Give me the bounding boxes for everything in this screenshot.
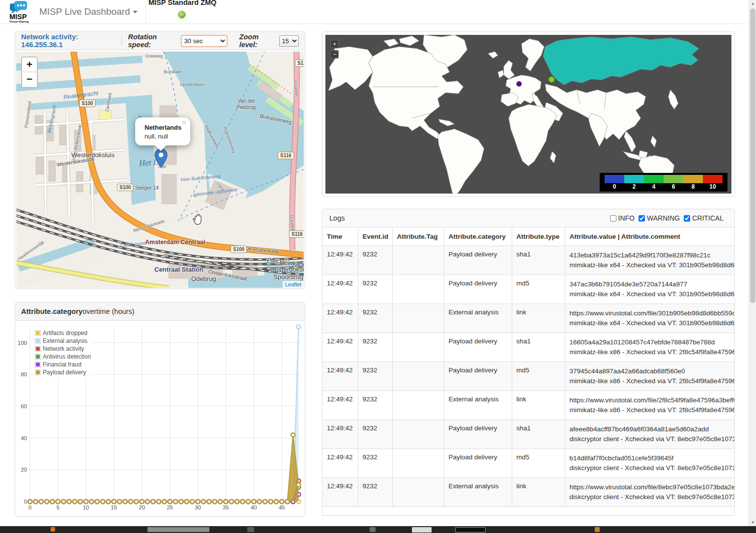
logs-column-header: Attribute.Tag — [392, 227, 444, 246]
log-cell: External analysis — [444, 304, 512, 333]
taskbar-item[interactable] — [595, 527, 600, 532]
svg-text:MISP: MISP — [9, 13, 27, 21]
svg-text:100: 100 — [18, 340, 27, 346]
svg-text:15: 15 — [111, 505, 117, 510]
log-cell: 12:49:42 — [322, 362, 358, 391]
attribute-value: 37945c44a897aa42a66adcab68f560e0 — [570, 366, 730, 376]
world-zoom-in-button[interactable]: + — [330, 40, 339, 48]
world-map[interactable]: + − 0246810 — [325, 35, 731, 194]
popup-close-icon[interactable]: × — [182, 119, 186, 126]
scrollbar-down-arrow[interactable]: ▼ — [749, 519, 756, 526]
taskbar-item[interactable] — [51, 527, 55, 532]
log-filter-checkbox-critical[interactable] — [684, 215, 690, 222]
log-cell: 9232 — [358, 275, 392, 304]
chart-title-bold: Attribute.category — [21, 308, 83, 315]
taskbar-item[interactable] — [370, 527, 376, 532]
attribute-comment: diskcryptor client - Xchecked via VT: 8e… — [570, 434, 730, 444]
chevron-down-icon — [133, 11, 138, 13]
page-scrollbar[interactable]: ▲ ▼ — [749, 0, 756, 526]
log-row: 12:49:429232Payload deliverysha116605a4a… — [322, 333, 734, 362]
attribute-comment: diskcryptor client - Xchecked via VT: 8e… — [570, 492, 730, 502]
popup-coordinates: null, null — [145, 133, 181, 140]
log-cell: 9232 — [358, 391, 392, 420]
log-cell: Payload delivery — [444, 333, 512, 362]
log-row: 12:49:429232Payload deliverysha1413eba39… — [322, 246, 734, 275]
color-swatch — [644, 175, 664, 183]
log-filter-checkbox-warning[interactable] — [639, 215, 645, 222]
log-cell: 12:49:42 — [322, 333, 358, 362]
map-zoom-in-button[interactable]: + — [22, 57, 37, 72]
zoom-level-select[interactable]: 15 — [279, 35, 299, 47]
color-swatch — [624, 175, 644, 183]
dashboard-menu-dropdown[interactable]: MISP Live Dashboard — [39, 0, 138, 24]
logs-table: TimeEvent.idAttribute.TagAttribute.categ… — [322, 227, 734, 507]
log-cell — [392, 449, 444, 478]
color-swatch — [703, 175, 723, 183]
log-cell: External analysis — [444, 478, 512, 507]
log-cell: 9232 — [358, 246, 392, 275]
attribute-value: afeee8b4acff87bc469a6f0364a81ae5d60a2add — [570, 424, 730, 434]
log-row: 12:49:429232Payload deliverymd537945c44a… — [322, 362, 734, 391]
taskbar-item[interactable] — [147, 527, 209, 532]
log-cell — [392, 362, 444, 391]
misp-logo-icon[interactable]: MISP Threat Sharing — [9, 0, 34, 24]
color-scale-label: 2 — [624, 183, 644, 191]
map-popup: × Netherlands null, null — [135, 117, 190, 145]
legend-item: Payload delivery — [35, 368, 91, 376]
log-cell: 12:49:42 — [322, 478, 358, 507]
map-marker-icon[interactable] — [154, 148, 168, 168]
leaflet-map[interactable]: GraswegBundlaanSpadinalaanRealengrachtZa… — [16, 52, 304, 288]
log-value-comment-cell: https://www.virustotal.com/file/2f8c54f9… — [565, 391, 734, 420]
color-swatch — [683, 175, 703, 183]
log-cell: 12:49:42 — [322, 391, 358, 420]
chart-header: Attribute.category overtime (hours) — [15, 303, 305, 321]
activity-dot-green — [549, 77, 554, 83]
map-tiles — [16, 52, 304, 288]
log-cell — [392, 333, 444, 362]
attribute-comment: mimikatz-like x86 - Xchecked via VT: 2f8… — [570, 405, 730, 415]
legend-label: External analysis — [43, 337, 87, 344]
leaflet-link[interactable]: Leaflet — [285, 281, 301, 287]
legend-swatch — [35, 338, 41, 344]
taskbar-item[interactable] — [455, 527, 486, 533]
log-filter-checkbox-info[interactable] — [610, 215, 616, 222]
log-cell — [392, 275, 444, 304]
attribute-comment: mimikatz-like x64 - Xchecked via VT: 301… — [570, 260, 730, 270]
log-filter-critical: CRITICAL — [684, 214, 724, 222]
rotation-speed-select[interactable]: 30 sec — [181, 35, 227, 47]
scrollbar-thumb[interactable] — [750, 8, 756, 303]
log-row: 12:49:429232External analysislinkhttps:/… — [322, 478, 734, 507]
attribute-value: https://www.virustotal.com/file/2f8c54f9… — [570, 395, 730, 405]
log-cell: Payload delivery — [444, 275, 512, 304]
legend-swatch — [35, 362, 41, 367]
log-cell — [392, 391, 444, 420]
log-cell: sha1 — [512, 333, 565, 362]
legend-label: Payload delivery — [43, 369, 86, 376]
attribute-comment: mimikatz-like x86 - Xchecked via VT: 2f8… — [570, 376, 730, 386]
taskbar-item[interactable] — [412, 527, 432, 533]
log-cell — [392, 420, 444, 449]
zoom-level-label: Zoom level: — [239, 33, 277, 49]
log-cell: md5 — [512, 449, 565, 478]
log-filter-info: INFO — [610, 214, 635, 222]
logs-table-header-row: TimeEvent.idAttribute.TagAttribute.categ… — [322, 227, 734, 246]
world-zoom-out-button[interactable]: − — [330, 50, 339, 58]
logs-column-header: Attribute.type — [512, 227, 565, 246]
scrollbar-up-arrow[interactable]: ▲ — [749, 0, 756, 7]
attribute-comment: diskcryptor client - Xchecked via VT: 8e… — [570, 463, 730, 473]
network-activity-title: Network activity: 146.255.36.1 — [21, 33, 116, 49]
logs-panel: Logs INFOWARNINGCRITICAL TimeEvent.idAtt… — [322, 209, 735, 516]
color-scale-label: 10 — [703, 183, 723, 191]
map-zoom-out-button[interactable]: − — [22, 72, 37, 87]
log-cell: 12:49:42 — [322, 420, 358, 449]
legend-label: Network activity — [43, 345, 84, 352]
log-cell: md5 — [512, 275, 565, 304]
taskbar-item[interactable] — [247, 527, 254, 532]
log-cell: Payload delivery — [444, 449, 512, 478]
log-cell: 9232 — [358, 449, 392, 478]
log-cell: 12:49:42 — [322, 304, 358, 333]
log-row: 12:49:429232Payload deliverymd5347ac3b6b… — [322, 275, 734, 304]
legend-item: External analysis — [35, 337, 91, 345]
log-value-comment-cell: afeee8b4acff87bc469a6f0364a81ae5d60a2add… — [565, 420, 734, 449]
log-cell: link — [512, 478, 565, 507]
